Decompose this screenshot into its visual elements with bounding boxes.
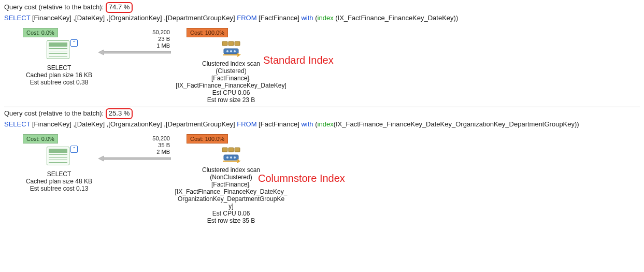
svg-point-6	[230, 50, 232, 52]
svg-point-15	[234, 156, 236, 159]
cost-badge: Cost: 100.0%	[187, 134, 228, 144]
svg-rect-3	[235, 41, 240, 46]
edge-rows: 50,200	[152, 29, 170, 36]
query1-cost-header: Query cost (relative to the batch): 74.7…	[4, 2, 640, 13]
index-scan-icon	[221, 39, 241, 57]
divider	[4, 107, 640, 107]
query1-cost-prefix: Query cost (relative to the batch):	[4, 3, 106, 11]
edge-bytes: 1 MB	[152, 42, 170, 49]
expand-icon[interactable]: ⌃	[70, 39, 78, 47]
est-subtree-cost: Est subtree cost 0.13	[30, 185, 89, 192]
query2-cost-prefix: Query cost (relative to the batch):	[4, 109, 106, 117]
svg-point-7	[234, 50, 236, 52]
cost-badge: Cost: 0.0%	[23, 134, 58, 144]
svg-marker-0	[98, 50, 171, 55]
query1-plan: Cost: 0.0% ⌃ SELECT Cached plan size 16 …	[4, 26, 640, 107]
query2-select-node[interactable]: Cost: 0.0% ⌃ SELECT Cached plan size 48 …	[23, 134, 95, 192]
node-title: Clustered index scan	[202, 60, 260, 67]
node-title: SELECT	[47, 170, 71, 178]
flow-arrow-icon	[98, 49, 171, 55]
index-scan-icon	[221, 146, 241, 163]
query1-select-node[interactable]: Cost: 0.0% ⌃ SELECT Cached plan size 16 …	[23, 28, 95, 86]
edge-rowsize: 23 B	[152, 36, 170, 42]
node-title: Clustered index scan	[202, 166, 260, 174]
svg-rect-9	[222, 148, 227, 152]
est-subtree-cost: Est subtree cost 0.38	[30, 79, 89, 86]
query2-cost-highlight: 25.3 %	[106, 108, 133, 119]
svg-rect-10	[228, 148, 234, 152]
cached-plan-size: Cached plan size 16 KB	[26, 71, 92, 79]
select-result-icon	[47, 147, 69, 165]
edge-rows: 50,200	[152, 135, 170, 142]
query2-plan: Cost: 0.0% ⌃ SELECT Cached plan size 48 …	[4, 132, 640, 227]
cost-badge: Cost: 100.0%	[187, 28, 228, 37]
annotation-standard-index: Standard Index	[263, 54, 334, 66]
svg-rect-1	[222, 41, 227, 46]
query1-edge: 50,200 23 B 1 MB	[98, 28, 171, 55]
cached-plan-size: Cached plan size 48 KB	[26, 178, 92, 185]
node-title: SELECT	[47, 64, 71, 71]
query2-edge: 50,200 35 B 2 MB	[98, 134, 171, 162]
svg-rect-2	[228, 41, 234, 46]
query2-sql: SELECT [FinanceKey] ,[DateKey] ,[Organiz…	[4, 120, 640, 128]
select-result-icon	[47, 40, 69, 59]
query2-cost-header: Query cost (relative to the batch): 25.3…	[4, 108, 640, 119]
query1-sql: SELECT [FinanceKey] ,[DateKey] ,[Organiz…	[4, 14, 640, 22]
query1-cost-highlight: 74.7 %	[106, 2, 133, 13]
cost-badge: Cost: 0.0%	[23, 28, 58, 37]
edge-rowsize: 35 B	[152, 142, 170, 149]
svg-rect-11	[235, 148, 240, 152]
svg-point-5	[226, 50, 228, 52]
flow-arrow-icon	[98, 155, 171, 162]
edge-bytes: 2 MB	[152, 149, 170, 155]
svg-marker-8	[98, 156, 171, 161]
svg-point-13	[226, 156, 228, 159]
expand-icon[interactable]: ⌃	[70, 146, 78, 153]
annotation-columnstore-index: Columnstore Index	[258, 173, 345, 184]
svg-point-14	[230, 156, 232, 159]
